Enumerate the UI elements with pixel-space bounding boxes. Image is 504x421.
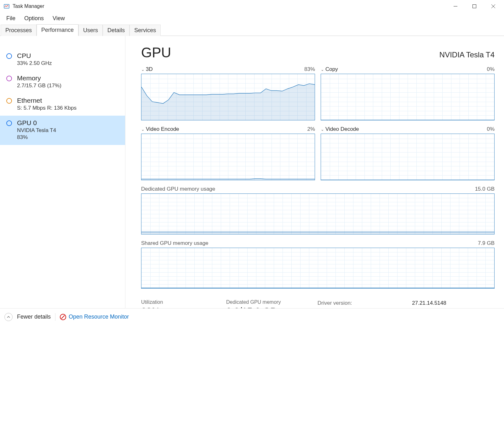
chevron-down-icon: ⌄: [141, 127, 145, 132]
footer-divider: [55, 313, 55, 321]
chart-3d-frame[interactable]: [141, 74, 315, 120]
chart-shmem-frame[interactable]: [141, 248, 495, 289]
sidebar-cpu-name: CPU: [17, 52, 52, 60]
chart-vdec-label: Video Decode: [325, 126, 359, 132]
menu-file[interactable]: File: [2, 13, 20, 24]
tab-processes[interactable]: Processes: [1, 25, 37, 36]
tab-services[interactable]: Services: [129, 25, 161, 36]
window-title: Task Manager: [13, 3, 44, 9]
tab-performance[interactable]: Performance: [37, 24, 78, 36]
util-value: 83%: [141, 306, 214, 308]
sidebar-cpu-sub: 33% 2.50 GHz: [17, 60, 52, 66]
menu-options[interactable]: Options: [20, 13, 48, 24]
chart-shmem-label: Shared GPU memory usage: [141, 240, 209, 246]
sidebar-memory-sub: 2.7/15.7 GB (17%): [17, 83, 61, 89]
chart-venc-label: Video Encode: [146, 126, 179, 132]
page-title: GPU: [141, 45, 171, 61]
sidebar-item-cpu[interactable]: CPU 33% 2.50 GHz: [0, 49, 125, 71]
fewer-details-chevron-icon[interactable]: [4, 313, 13, 321]
fewer-details-button[interactable]: Fewer details: [17, 314, 51, 320]
main-area: CPU 33% 2.50 GHz Memory 2.7/15.7 GB (17%…: [0, 36, 504, 308]
svg-rect-2: [473, 5, 476, 8]
driver-version-v: 27.21.14.5148: [412, 300, 446, 306]
chart-vdec-dropdown[interactable]: ⌄Video Decode: [321, 126, 359, 132]
chart-vdec-frame[interactable]: [321, 134, 495, 180]
chart-3d-label: 3D: [146, 66, 153, 72]
chart-dedicated-mem: Dedicated GPU memory usage 15.0 GB: [141, 186, 495, 234]
memory-bullet-icon: [6, 76, 12, 81]
chart-3d-dropdown[interactable]: ⌄3D: [141, 66, 153, 72]
chart-copy-pct: 0%: [487, 66, 495, 72]
chart-shmem-right: 7.9 GB: [478, 240, 495, 246]
cpu-bullet-icon: [6, 53, 12, 59]
util-label: Utilization: [141, 299, 214, 305]
gpu-model: NVIDIA Tesla T4: [439, 50, 495, 59]
sidebar-memory-name: Memory: [17, 74, 61, 82]
maximize-button[interactable]: [465, 0, 484, 13]
ethernet-bullet-icon: [6, 98, 12, 104]
sidebar-gpu-sub: NVIDIA Tesla T4: [17, 127, 56, 134]
tabbar: Processes Performance Users Details Serv…: [0, 24, 504, 36]
open-resource-monitor-link[interactable]: Open Resource Monitor: [60, 314, 129, 320]
detail-pane: GPU NVIDIA Tesla T4 ⌄3D 83% ⌄Copy 0%: [125, 36, 504, 308]
resource-monitor-icon: [60, 314, 66, 320]
close-button[interactable]: [484, 0, 503, 13]
sidebar-ethernet-sub: S: 5.7 Mbps R: 136 Kbps: [17, 105, 77, 111]
chevron-down-icon: ⌄: [321, 127, 324, 132]
chart-video-decode: ⌄Video Decode 0%: [321, 126, 495, 180]
sidebar-item-ethernet[interactable]: Ethernet S: 5.7 Mbps R: 136 Kbps: [0, 93, 125, 116]
sidebar-gpu-name: GPU 0: [17, 119, 56, 127]
chart-copy-dropdown[interactable]: ⌄Copy: [321, 66, 338, 72]
app-icon: [3, 3, 10, 10]
sidebar-item-memory[interactable]: Memory 2.7/15.7 GB (17%): [0, 71, 125, 93]
chart-vdec-pct: 0%: [487, 126, 495, 132]
menubar: File Options View: [0, 13, 504, 24]
tab-details[interactable]: Details: [103, 25, 129, 36]
chart-video-encode: ⌄Video Encode 2%: [141, 126, 315, 180]
chart-venc-frame[interactable]: [141, 134, 315, 180]
resource-monitor-label: Open Resource Monitor: [69, 314, 129, 320]
chevron-down-icon: ⌄: [141, 67, 145, 72]
gpu-bullet-icon: [6, 120, 12, 126]
sidebar: CPU 33% 2.50 GHz Memory 2.7/15.7 GB (17%…: [0, 36, 125, 308]
titlebar: Task Manager: [0, 0, 504, 13]
sidebar-item-gpu[interactable]: GPU 0 NVIDIA Tesla T4 83%: [0, 116, 125, 145]
chart-venc-pct: 2%: [307, 126, 315, 132]
sidebar-ethernet-name: Ethernet: [17, 97, 77, 104]
tab-users[interactable]: Users: [78, 25, 103, 36]
chevron-down-icon: ⌄: [321, 67, 324, 72]
stats-block: Utilization 83% GPU Memory 0.9/22.9 GB D…: [141, 298, 495, 308]
driver-version-k: Driver version:: [318, 300, 412, 306]
chart-copy-label: Copy: [325, 66, 338, 72]
chart-dedmem-right: 15.0 GB: [475, 186, 495, 192]
chart-shared-mem: Shared GPU memory usage 7.9 GB: [141, 240, 495, 289]
sidebar-gpu-sub2: 83%: [17, 134, 56, 141]
minimize-button[interactable]: [446, 0, 465, 13]
bottom-whitespace: [0, 325, 504, 421]
footer: Fewer details Open Resource Monitor: [0, 308, 504, 325]
chart-venc-dropdown[interactable]: ⌄Video Encode: [141, 126, 179, 132]
chart-copy: ⌄Copy 0%: [321, 66, 495, 120]
menu-view[interactable]: View: [48, 13, 69, 24]
chart-dedmem-label: Dedicated GPU memory usage: [141, 186, 215, 192]
chart-3d-pct: 83%: [304, 66, 315, 72]
chart-3d: ⌄3D 83%: [141, 66, 315, 120]
chart-copy-frame[interactable]: [321, 74, 495, 120]
dedmem-value: 0.8/15.0 GB: [226, 306, 305, 308]
chart-dedmem-frame[interactable]: [141, 193, 495, 234]
dedmem-label: Dedicated GPU memory: [226, 299, 305, 305]
